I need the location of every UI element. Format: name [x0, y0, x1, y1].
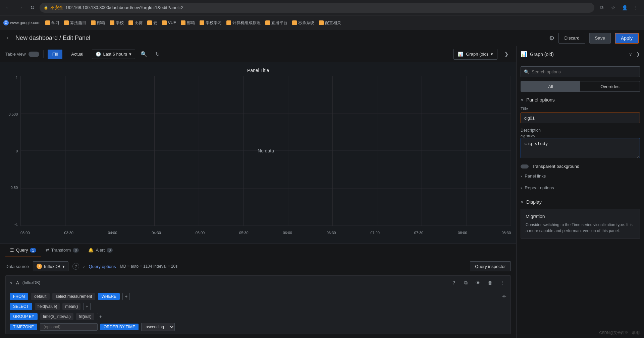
filter-all-tab[interactable]: All: [521, 81, 580, 91]
where-add-button[interactable]: +: [122, 293, 130, 300]
query-help-button[interactable]: ?: [449, 278, 458, 287]
group-by-time-value[interactable]: time($_interval): [40, 313, 73, 320]
search-wrap: 🔍: [521, 66, 640, 77]
bookmark-email[interactable]: 邮箱: [91, 20, 105, 26]
repeat-options-section[interactable]: › Repeat options: [521, 183, 640, 192]
bookmark-label: 直播平台: [271, 20, 287, 26]
bookmark-label: www.google.com: [10, 20, 41, 25]
x-label: 08:00: [458, 231, 467, 235]
profile-button[interactable]: 👤: [620, 3, 629, 12]
bookmark-vue[interactable]: VUE: [162, 20, 176, 25]
x-label: 03:30: [64, 231, 73, 235]
filter-overrides-tab[interactable]: Overrides: [580, 81, 640, 91]
timezone-input[interactable]: [40, 323, 98, 331]
bookmark-button[interactable]: ☆: [608, 3, 618, 12]
x-label: 04:00: [108, 231, 117, 235]
group-by-add-button[interactable]: +: [97, 313, 104, 320]
query-visibility-button[interactable]: 👁: [474, 278, 482, 287]
select-field-value[interactable]: field(value): [35, 303, 60, 310]
menu-button[interactable]: ⋮: [631, 3, 641, 12]
back-to-dashboard-button[interactable]: ←: [5, 35, 11, 42]
transparent-toggle[interactable]: [521, 164, 529, 168]
order-by-select[interactable]: ascending descending: [141, 323, 175, 331]
apply-button[interactable]: Apply: [615, 33, 639, 44]
bookmark-seckill[interactable]: 秒杀系统: [292, 20, 314, 26]
query-options-link[interactable]: Query options: [89, 264, 116, 269]
query-edit-button[interactable]: ✏: [502, 294, 506, 299]
chart-area: Panel Title 1 0.500 0 -0.50 -1: [0, 62, 516, 244]
bookmark-race[interactable]: 比赛: [128, 20, 143, 26]
address-bar[interactable]: 🔒 不安全 192.168.100.130:3000/dashboard/new…: [40, 3, 594, 13]
bookmark-google[interactable]: G www.google.com: [3, 20, 41, 25]
bookmark-config[interactable]: 配置相关: [319, 20, 341, 26]
table-view-switch[interactable]: [29, 52, 39, 57]
fill-button[interactable]: Fill: [48, 50, 63, 59]
y-label: -1: [14, 222, 18, 226]
bookmark-school-study[interactable]: 学校学习: [200, 20, 222, 26]
bookmark-live[interactable]: 直播平台: [265, 20, 287, 26]
timezone-keyword: TIMEZONE: [10, 324, 37, 330]
extensions-button[interactable]: ⧉: [597, 3, 606, 12]
display-section-header[interactable]: ∨ Display: [521, 199, 640, 205]
migration-text: Consider switching to the Time series vi…: [526, 222, 635, 234]
time-range-picker[interactable]: 🕐 Last 6 hours ▾: [92, 50, 135, 59]
tab-transform[interactable]: ⇄ Transform 0: [41, 244, 84, 257]
bookmark-cs[interactable]: 计算机组成原理: [226, 20, 261, 26]
discard-button[interactable]: Discard: [558, 33, 585, 44]
x-label: 06:00: [283, 231, 292, 235]
graph-picker-header: 📊 Graph (old) ∨ ❯: [517, 46, 644, 62]
panel-links-section[interactable]: › Panel links: [521, 172, 640, 181]
expand-right-button[interactable]: ❯: [501, 50, 511, 59]
bookmark-label: 算法题目: [70, 20, 86, 26]
panel-options-header[interactable]: ∨ Panel options: [521, 97, 640, 103]
zoom-out-button[interactable]: 🔍: [139, 50, 149, 59]
tab-query[interactable]: ☰ Query 1: [5, 244, 41, 257]
select-add-button[interactable]: +: [83, 303, 91, 310]
right-panel: 📊 Graph (old) ∨ ❯ 🔍 All Overrides: [517, 46, 644, 338]
bookmark-cloud[interactable]: 云: [147, 20, 157, 26]
query-options-chevron: ›: [83, 264, 85, 269]
back-button[interactable]: ←: [3, 3, 13, 12]
group-by-fill-value[interactable]: fill(null): [76, 313, 94, 320]
actual-button[interactable]: Actual: [66, 50, 88, 59]
bookmark-label: VUE: [168, 20, 176, 25]
bookmark-label: 学校: [116, 20, 124, 26]
search-icon: 🔍: [524, 69, 529, 74]
datasource-picker[interactable]: I InfluxDB ▾: [33, 261, 68, 271]
graph-arrow-right-icon: ❯: [636, 52, 640, 57]
select-mean-value[interactable]: mean(): [62, 303, 80, 310]
query-inspector-button[interactable]: Query inspector: [470, 261, 511, 271]
bookmark-email2[interactable]: 邮箱: [181, 20, 195, 26]
title-input[interactable]: [521, 113, 640, 123]
transparent-toggle-row: Transparent background: [521, 164, 640, 169]
visualization-picker[interactable]: 📊 Graph (old) ▾: [453, 49, 497, 60]
bookmark-label: 邮箱: [97, 20, 105, 26]
refresh-button[interactable]: ↻: [28, 3, 37, 12]
bookmark-favicon: [292, 20, 297, 25]
bookmark-study[interactable]: 学习: [45, 20, 59, 26]
bookmark-favicon: [319, 20, 324, 25]
description-textarea[interactable]: cig study: [521, 138, 640, 158]
query-collapse-button[interactable]: ∨: [10, 280, 13, 285]
chart-title: Panel Title: [5, 68, 511, 73]
search-options-input[interactable]: [521, 66, 640, 77]
query-body: FROM default select measurement WHERE + …: [6, 290, 511, 334]
query-more-button[interactable]: ⋮: [498, 278, 506, 287]
refresh-panel-button[interactable]: ↻: [153, 50, 162, 59]
query-delete-button[interactable]: 🗑: [486, 278, 494, 287]
settings-button[interactable]: ⚙: [549, 35, 554, 42]
bookmark-algo[interactable]: 算法题目: [64, 20, 86, 26]
from-measurement-value[interactable]: select measurement: [52, 293, 95, 300]
repeat-options-label: Repeat options: [525, 185, 554, 190]
bottom-panel: ☰ Query 1 ⇄ Transform 0 🔔 Alert 0: [0, 244, 516, 338]
save-button[interactable]: Save: [589, 33, 611, 44]
from-database-value[interactable]: default: [31, 293, 50, 300]
tab-alert[interactable]: 🔔 Alert 0: [84, 244, 117, 257]
query-duplicate-button[interactable]: ⧉: [462, 278, 470, 287]
group-by-keyword: GROUP BY: [10, 313, 38, 320]
forward-button[interactable]: →: [15, 3, 25, 12]
bookmark-school[interactable]: 学校: [110, 20, 124, 26]
datasource-help-button[interactable]: ?: [72, 263, 79, 270]
graph-type-icon: 📊: [521, 51, 527, 57]
graph-type-title: Graph (old): [530, 52, 626, 57]
